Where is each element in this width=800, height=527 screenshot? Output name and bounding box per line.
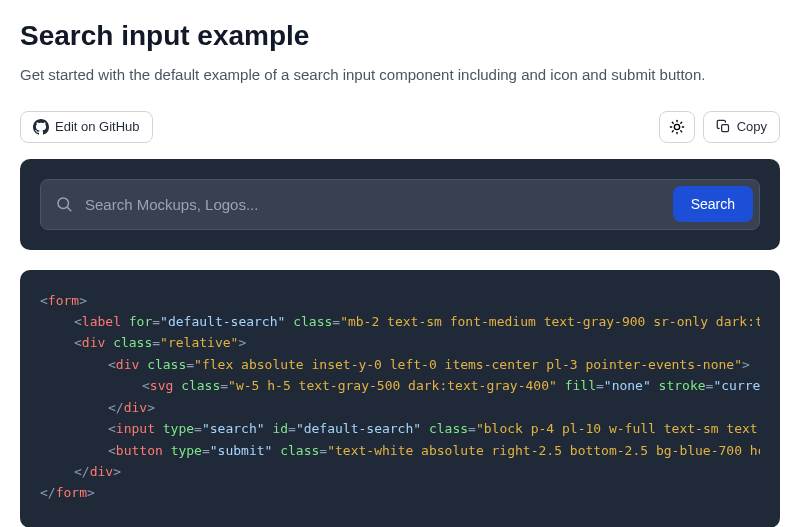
svg-line-11	[67, 207, 70, 210]
svg-line-8	[680, 122, 681, 123]
svg-point-0	[674, 124, 679, 129]
search-input[interactable]	[73, 186, 673, 223]
search-submit-button[interactable]: Search	[673, 186, 753, 222]
demo-preview: Search	[20, 159, 780, 250]
edit-on-github-label: Edit on GitHub	[55, 119, 140, 134]
svg-line-4	[680, 130, 681, 131]
code-content: <form><label for="default-search" class=…	[40, 290, 760, 504]
toolbar: Edit on GitHub Copy	[20, 111, 780, 143]
edit-on-github-button[interactable]: Edit on GitHub	[20, 111, 153, 143]
svg-line-7	[672, 130, 673, 131]
page-title: Search input example	[20, 20, 780, 52]
sun-icon	[669, 119, 685, 135]
copy-icon	[716, 119, 731, 134]
page-subtitle: Get started with the default example of …	[20, 64, 780, 87]
code-block: <form><label for="default-search" class=…	[20, 270, 780, 528]
svg-point-10	[58, 198, 69, 209]
search-field-wrapper: Search	[40, 179, 760, 230]
copy-button[interactable]: Copy	[703, 111, 780, 143]
search-icon	[55, 195, 73, 213]
svg-line-3	[672, 122, 673, 123]
theme-toggle-button[interactable]	[659, 111, 695, 143]
copy-label: Copy	[737, 119, 767, 134]
github-icon	[33, 119, 49, 135]
svg-rect-9	[721, 125, 728, 132]
